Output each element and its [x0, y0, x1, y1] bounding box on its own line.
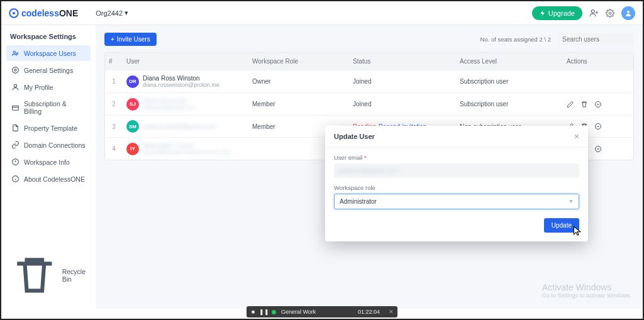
table-row: 1DRDiana Ross Winstondiana.rosswinston@p… — [105, 70, 633, 92]
nav-icon — [11, 175, 19, 183]
search-input[interactable] — [558, 33, 634, 45]
trash-icon — [11, 252, 58, 299]
user-email: diana.rosswinston@proton.me — [143, 82, 219, 88]
plus-icon: + — [111, 36, 114, 43]
access-text: Subscription user — [460, 78, 508, 85]
row-num: 1 — [105, 78, 123, 85]
close-icon[interactable]: ✕ — [389, 309, 394, 315]
col-status: Status — [349, 58, 456, 65]
nav-icon — [11, 141, 19, 149]
col-actions: Actions — [563, 58, 632, 65]
user-email: iyousuf@modernrequirements.com — [143, 149, 231, 155]
nav-icon — [11, 158, 19, 166]
col-user: User — [123, 58, 248, 65]
svg-point-1 — [13, 12, 15, 14]
seats-indicator: No. of seats assigned 2 \ 2 — [480, 36, 551, 43]
sidebar-item-template[interactable]: Property Template — [6, 120, 91, 136]
status-text: Joined — [353, 101, 371, 108]
timer-time: 01:22:04 — [358, 309, 380, 315]
user-name: Diana Ross Winston — [143, 75, 219, 82]
user-email: sbasheb@gmail.com — [143, 104, 196, 111]
sidebar-item-label: My Profile — [24, 84, 53, 91]
role-select[interactable]: Administrator ▼ — [334, 194, 579, 209]
delete-icon[interactable] — [580, 101, 588, 108]
sidebar-item-billing[interactable]: Subscription & Billing — [6, 96, 91, 119]
col-access: Access Level — [456, 58, 563, 65]
upgrade-button[interactable]: Upgrade — [532, 6, 582, 20]
table-row: 2SJSyed Jehanzebsbasheb@gmail.comMemberJ… — [105, 92, 633, 115]
windows-watermark: Activate Windows Go to Settings to activ… — [542, 282, 631, 299]
nav-icon — [11, 104, 19, 112]
nav-icon — [11, 124, 19, 132]
block-icon[interactable] — [594, 145, 602, 153]
org-name: Org2442 — [96, 9, 123, 17]
sidebar-item-label: Workspace Users — [24, 50, 76, 57]
row-num: 3 — [105, 123, 123, 130]
chevron-down-icon: ▼ — [569, 199, 574, 204]
recycle-label: Recycle Bin — [62, 268, 86, 283]
user-avatar[interactable] — [621, 6, 635, 20]
email-field: sbasheb@gmail.com — [334, 163, 579, 178]
logo-icon — [9, 8, 19, 18]
brand-suffix: ONE — [59, 8, 78, 18]
access-text: Subscription user — [460, 101, 508, 108]
email-label: User email * — [334, 154, 579, 161]
sidebar-item-label: Domain Connections — [24, 141, 85, 149]
svg-point-7 — [14, 69, 16, 71]
avatar: DR — [126, 75, 139, 88]
role-label: Workspace role — [334, 184, 579, 191]
invite-users-button[interactable]: + Invite Users — [104, 33, 157, 46]
user-name: Islamuddin Yousuf — [143, 142, 231, 149]
svg-point-8 — [13, 67, 19, 74]
svg-point-5 — [13, 51, 15, 53]
role-text: Owner — [248, 78, 349, 85]
col-role: Workspace Role — [248, 58, 349, 65]
pause-icon[interactable]: ❚❚ — [261, 309, 267, 315]
stop-icon[interactable]: ■ — [250, 309, 256, 315]
svg-point-4 — [627, 11, 630, 13]
sidebar-item-users[interactable]: Workspace Users — [6, 45, 91, 61]
record-dot-icon — [272, 310, 276, 314]
row-num: 4 — [105, 145, 123, 152]
org-switcher[interactable]: Org2442 ▾ — [96, 9, 128, 17]
sidebar-item-label: Property Template — [24, 124, 77, 132]
upgrade-label: Upgrade — [548, 9, 575, 17]
svg-rect-10 — [13, 106, 19, 110]
avatar: SJ — [126, 98, 139, 111]
sidebar-item-label: About CodelessONE — [24, 175, 85, 183]
svg-point-9 — [14, 84, 16, 87]
block-icon[interactable] — [594, 101, 602, 108]
actions-cell — [563, 101, 632, 108]
block-icon[interactable] — [594, 123, 602, 130]
lightning-icon — [540, 10, 546, 16]
sidebar-item-profile[interactable]: My Profile — [6, 79, 91, 95]
recycle-bin[interactable]: Recycle Bin — [6, 248, 91, 302]
sidebar-item-domains[interactable]: Domain Connections — [6, 137, 91, 153]
brand-prefix: codeless — [21, 8, 59, 18]
status-text: Joined — [353, 78, 371, 85]
avatar: IY — [126, 143, 139, 155]
sidebar-item-info[interactable]: Workspace Info — [6, 154, 91, 170]
timer-label: General Work — [281, 309, 316, 315]
sidebar-item-label: Workspace Info — [24, 158, 70, 166]
close-icon[interactable]: × — [574, 132, 579, 141]
col-num: # — [105, 58, 123, 65]
sidebar-item-label: Subscription & Billing — [24, 100, 86, 115]
svg-point-3 — [609, 12, 611, 14]
modal-title: Update User — [334, 133, 375, 140]
chevron-down-icon: ▾ — [125, 9, 128, 17]
gear-icon[interactable] — [605, 8, 615, 18]
brand-logo: codelessONE — [9, 8, 78, 18]
sidebar-item-general[interactable]: General Settings — [6, 62, 91, 78]
nav-icon — [11, 49, 19, 57]
update-button[interactable]: Update — [544, 218, 579, 233]
sidebar-item-about[interactable]: About CodelessONE — [6, 171, 91, 187]
sidebar-item-label: General Settings — [24, 67, 73, 74]
user-name: Syed Jehanzeb — [143, 97, 196, 104]
avatar: SM — [126, 120, 139, 133]
edit-icon[interactable] — [567, 101, 574, 108]
add-user-icon[interactable] — [589, 8, 599, 18]
nav-icon — [11, 66, 19, 74]
row-num: 2 — [105, 101, 123, 108]
invite-label: Invite Users — [117, 36, 150, 43]
